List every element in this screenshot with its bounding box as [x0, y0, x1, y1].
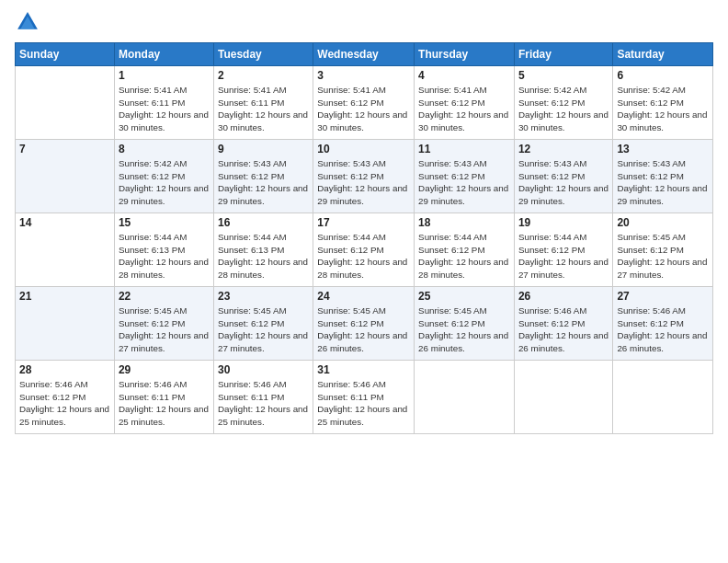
- calendar-day-cell: 5Sunrise: 5:42 AMSunset: 6:12 PMDaylight…: [514, 66, 612, 140]
- calendar-day-cell: 28Sunrise: 5:46 AMSunset: 6:12 PMDayligh…: [16, 361, 115, 434]
- day-number: 30: [218, 363, 309, 376]
- day-info: Sunrise: 5:46 AMSunset: 6:11 PMDaylight:…: [317, 378, 410, 429]
- calendar-week-row: 1Sunrise: 5:41 AMSunset: 6:11 PMDaylight…: [16, 66, 713, 140]
- day-number: 29: [119, 363, 210, 376]
- calendar-day-cell: 3Sunrise: 5:41 AMSunset: 6:12 PMDaylight…: [313, 66, 415, 140]
- calendar-header-cell: Saturday: [613, 43, 713, 66]
- calendar-day-cell: 20Sunrise: 5:45 AMSunset: 6:12 PMDayligh…: [613, 213, 713, 287]
- calendar-day-cell: 21: [16, 287, 115, 361]
- calendar-day-cell: 24Sunrise: 5:45 AMSunset: 6:12 PMDayligh…: [313, 287, 415, 361]
- day-number: 7: [19, 143, 110, 155]
- day-info: Sunrise: 5:42 AMSunset: 6:12 PMDaylight:…: [617, 84, 709, 134]
- day-number: 1: [119, 69, 210, 82]
- day-info: Sunrise: 5:43 AMSunset: 6:12 PMDaylight:…: [617, 157, 709, 208]
- calendar-day-cell: 29Sunrise: 5:46 AMSunset: 6:11 PMDayligh…: [114, 361, 213, 434]
- day-number: 6: [617, 69, 709, 82]
- calendar-day-cell: 23Sunrise: 5:45 AMSunset: 6:12 PMDayligh…: [213, 287, 313, 361]
- calendar-day-cell: 15Sunrise: 5:44 AMSunset: 6:13 PMDayligh…: [114, 213, 213, 287]
- calendar-day-cell: 27Sunrise: 5:46 AMSunset: 6:12 PMDayligh…: [613, 287, 713, 361]
- calendar-header-cell: Friday: [514, 43, 612, 66]
- calendar-header-row: SundayMondayTuesdayWednesdayThursdayFrid…: [16, 43, 713, 66]
- day-number: 3: [317, 69, 410, 82]
- day-number: 9: [218, 143, 309, 155]
- calendar-header-cell: Wednesday: [313, 43, 415, 66]
- day-info: Sunrise: 5:41 AMSunset: 6:11 PMDaylight:…: [218, 84, 309, 134]
- day-info: Sunrise: 5:46 AMSunset: 6:12 PMDaylight:…: [518, 304, 609, 355]
- calendar-day-cell: 4Sunrise: 5:41 AMSunset: 6:12 PMDaylight…: [415, 66, 515, 140]
- day-number: 10: [317, 143, 410, 155]
- day-number: 12: [518, 143, 609, 155]
- day-number: 8: [119, 143, 210, 155]
- day-info: Sunrise: 5:45 AMSunset: 6:12 PMDaylight:…: [317, 304, 410, 355]
- calendar-day-cell: 30Sunrise: 5:46 AMSunset: 6:11 PMDayligh…: [213, 361, 313, 434]
- day-info: Sunrise: 5:46 AMSunset: 6:11 PMDaylight:…: [119, 378, 210, 429]
- day-number: 18: [418, 216, 510, 229]
- day-number: 23: [218, 290, 309, 303]
- day-number: 5: [518, 69, 609, 82]
- day-number: 21: [19, 290, 110, 303]
- calendar-day-cell: 31Sunrise: 5:46 AMSunset: 6:11 PMDayligh…: [313, 361, 415, 434]
- day-info: Sunrise: 5:44 AMSunset: 6:12 PMDaylight:…: [317, 231, 410, 282]
- day-info: Sunrise: 5:44 AMSunset: 6:12 PMDaylight:…: [418, 231, 510, 282]
- day-info: Sunrise: 5:46 AMSunset: 6:12 PMDaylight:…: [617, 304, 709, 355]
- day-info: Sunrise: 5:43 AMSunset: 6:12 PMDaylight:…: [418, 157, 510, 208]
- day-info: Sunrise: 5:43 AMSunset: 6:12 PMDaylight:…: [218, 157, 309, 208]
- calendar-day-cell: 18Sunrise: 5:44 AMSunset: 6:12 PMDayligh…: [415, 213, 515, 287]
- day-info: Sunrise: 5:43 AMSunset: 6:12 PMDaylight:…: [317, 157, 410, 208]
- day-number: 27: [617, 290, 709, 303]
- day-number: 2: [218, 69, 309, 82]
- day-info: Sunrise: 5:41 AMSunset: 6:12 PMDaylight:…: [418, 84, 510, 134]
- calendar-header-cell: Thursday: [415, 43, 515, 66]
- calendar-day-cell: 9Sunrise: 5:43 AMSunset: 6:12 PMDaylight…: [213, 140, 313, 213]
- calendar-body: 1Sunrise: 5:41 AMSunset: 6:11 PMDaylight…: [16, 66, 713, 434]
- day-info: Sunrise: 5:45 AMSunset: 6:12 PMDaylight:…: [418, 304, 510, 355]
- day-number: 20: [617, 216, 709, 229]
- day-info: Sunrise: 5:41 AMSunset: 6:12 PMDaylight:…: [317, 84, 410, 134]
- logo-icon: [15, 9, 40, 35]
- calendar-week-row: 28Sunrise: 5:46 AMSunset: 6:12 PMDayligh…: [16, 361, 713, 434]
- day-number: 15: [119, 216, 210, 229]
- calendar-day-cell: 16Sunrise: 5:44 AMSunset: 6:13 PMDayligh…: [213, 213, 313, 287]
- calendar-header-cell: Monday: [114, 43, 213, 66]
- calendar-day-cell: 12Sunrise: 5:43 AMSunset: 6:12 PMDayligh…: [514, 140, 612, 213]
- day-number: 14: [19, 216, 110, 229]
- day-number: 24: [317, 290, 410, 303]
- calendar-day-cell: [613, 361, 713, 434]
- calendar-day-cell: [16, 66, 115, 140]
- day-info: Sunrise: 5:44 AMSunset: 6:13 PMDaylight:…: [119, 231, 210, 282]
- day-info: Sunrise: 5:45 AMSunset: 6:12 PMDaylight:…: [617, 231, 709, 282]
- calendar-day-cell: 25Sunrise: 5:45 AMSunset: 6:12 PMDayligh…: [415, 287, 515, 361]
- calendar-day-cell: 26Sunrise: 5:46 AMSunset: 6:12 PMDayligh…: [514, 287, 612, 361]
- calendar-day-cell: 8Sunrise: 5:42 AMSunset: 6:12 PMDaylight…: [114, 140, 213, 213]
- day-number: 31: [317, 363, 410, 376]
- calendar-week-row: 1415Sunrise: 5:44 AMSunset: 6:13 PMDayli…: [16, 213, 713, 287]
- calendar-day-cell: 13Sunrise: 5:43 AMSunset: 6:12 PMDayligh…: [613, 140, 713, 213]
- day-info: Sunrise: 5:46 AMSunset: 6:12 PMDaylight:…: [19, 378, 110, 429]
- day-info: Sunrise: 5:41 AMSunset: 6:11 PMDaylight:…: [119, 84, 210, 134]
- day-info: Sunrise: 5:46 AMSunset: 6:11 PMDaylight:…: [218, 378, 309, 429]
- calendar-day-cell: 7: [16, 140, 115, 213]
- header: [15, 9, 713, 35]
- calendar-day-cell: 14: [16, 213, 115, 287]
- calendar-week-row: 2122Sunrise: 5:45 AMSunset: 6:12 PMDayli…: [16, 287, 713, 361]
- day-number: 25: [418, 290, 510, 303]
- calendar-day-cell: 2Sunrise: 5:41 AMSunset: 6:11 PMDaylight…: [213, 66, 313, 140]
- day-number: 22: [119, 290, 210, 303]
- calendar-day-cell: 11Sunrise: 5:43 AMSunset: 6:12 PMDayligh…: [415, 140, 515, 213]
- day-number: 26: [518, 290, 609, 303]
- day-info: Sunrise: 5:45 AMSunset: 6:12 PMDaylight:…: [119, 304, 210, 355]
- day-number: 16: [218, 216, 309, 229]
- calendar-day-cell: 17Sunrise: 5:44 AMSunset: 6:12 PMDayligh…: [313, 213, 415, 287]
- page: SundayMondayTuesdayWednesdayThursdayFrid…: [0, 0, 728, 563]
- day-info: Sunrise: 5:43 AMSunset: 6:12 PMDaylight:…: [518, 157, 609, 208]
- day-number: 17: [317, 216, 410, 229]
- day-number: 11: [418, 143, 510, 155]
- calendar-table: SundayMondayTuesdayWednesdayThursdayFrid…: [15, 42, 713, 434]
- day-info: Sunrise: 5:44 AMSunset: 6:12 PMDaylight:…: [518, 231, 609, 282]
- day-info: Sunrise: 5:42 AMSunset: 6:12 PMDaylight:…: [119, 157, 210, 208]
- calendar-day-cell: [514, 361, 612, 434]
- calendar-day-cell: 1Sunrise: 5:41 AMSunset: 6:11 PMDaylight…: [114, 66, 213, 140]
- day-number: 4: [418, 69, 510, 82]
- calendar-day-cell: 10Sunrise: 5:43 AMSunset: 6:12 PMDayligh…: [313, 140, 415, 213]
- day-number: 19: [518, 216, 609, 229]
